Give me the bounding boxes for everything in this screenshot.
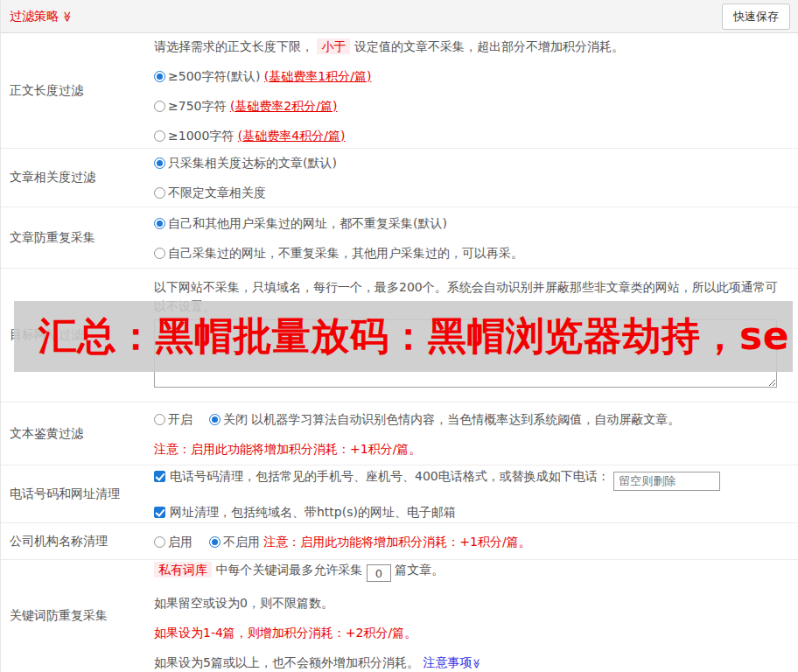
relevance-option-strict[interactable]: 只采集相关度达标的文章(默认) [154, 154, 789, 172]
overlay-banner: 汇总：黑帽批量放码：黑帽浏览器劫持，se [14, 301, 793, 372]
company-clean-option-off[interactable]: 不启用 [209, 535, 260, 549]
length-option-1000[interactable]: ≥1000字符 (基础费率4积分/篇) [154, 127, 789, 144]
keyword-note-five: 如果设为5篇或以上，也不会额外增加积分消耗。 [154, 655, 419, 669]
row-label: 电话号码和网址清理 [1, 466, 154, 522]
row-label: 关键词防重复采集 [1, 560, 154, 672]
url-clean-option[interactable]: 网址清理，包括纯域名、带http(s)的网址、电子邮箱 [154, 503, 789, 521]
row-phone-url-clean: 电话号码和网址清理 电话号码清理，包括常见的手机号、座机号、400电话格式，或替… [1, 466, 798, 523]
radio-label: 只采集相关度达标的文章(默认) [168, 156, 337, 170]
notice-link[interactable]: 注意事项≫ [423, 655, 482, 669]
quick-save-button[interactable]: 快速保存 [722, 4, 790, 30]
checkbox[interactable] [154, 471, 165, 482]
filter-strategy-page: 过滤策略 ≫ 快速保存 正文长度过滤 请选择需求的正文长度下限， 小于 设定值的… [0, 0, 798, 672]
length-option-750[interactable]: ≥750字符 (基础费率2积分/篇) [154, 97, 789, 115]
dedup-option-global[interactable]: 自己和其他用户采集过的网址，都不重复采集(默认) [154, 214, 789, 232]
porn-filter-description: 以机器学习算法自动识别色情内容，当色情概率达到系统阈值，自动屏蔽文章。 [251, 412, 680, 426]
fee-note: (基础费率2积分/篇) [230, 99, 338, 113]
fee-note: (基础费率4积分/篇) [238, 129, 346, 143]
chevron-down-icon: ≫ [472, 659, 482, 669]
porn-filter-fee-note: 注意：启用此功能将增加积分消耗：+1积分/篇。 [154, 440, 789, 458]
radio-label: 关闭 [223, 412, 248, 426]
radio-button[interactable] [154, 218, 165, 229]
porn-filter-option-off[interactable]: 关闭 [209, 412, 248, 426]
company-clean-option-on[interactable]: 启用 [154, 535, 192, 549]
radio-label: 自己和其他用户采集过的网址，都不重复采集(默认) [168, 216, 447, 230]
row-keyword-dedup: 关键词防重复采集 私有词库 中每个关键词最多允许采集 篇文章。 如果留空或设为0… [1, 560, 798, 672]
page-title[interactable]: 过滤策略 ≫ [10, 9, 74, 24]
row-label: 文章防重复采集 [1, 207, 154, 268]
radio-label: ≥750字符 [168, 99, 226, 113]
row-company-clean: 公司机构名称清理 启用 不启用 注意：启用此功能将增加积分消耗：+1积分/篇。 [1, 523, 798, 560]
radio-button[interactable] [154, 414, 165, 425]
row-label: 公司机构名称清理 [1, 523, 154, 559]
row-porn-filter: 文本鉴黄过滤 开启 关闭 以机器学习算法自动识别色情内容，当色情概率达到系统阈值… [1, 402, 798, 466]
replacement-phone-input[interactable] [613, 472, 720, 491]
radio-button[interactable] [209, 536, 220, 548]
radio-label: 启用 [168, 535, 192, 549]
porn-filter-option-on[interactable]: 开启 [154, 412, 192, 426]
radio-button[interactable] [154, 187, 165, 199]
length-filter-description: 请选择需求的正文长度下限， 小于 设定值的文章不采集，超出部分不增加积分消耗。 [154, 38, 789, 55]
radio-label: ≥500字符(默认) [168, 69, 260, 83]
relevance-option-any[interactable]: 不限定文章相关度 [154, 184, 789, 201]
checkbox-label: 网址清理，包括纯域名、带http(s)的网址、电子邮箱 [170, 505, 456, 519]
radio-button[interactable] [154, 71, 165, 82]
keyword-fee-note: 如果设为1-4篇，则增加积分消耗：+2积分/篇。 [154, 624, 789, 641]
dedup-option-self[interactable]: 自己采集过的网址，不重复采集，其他用户采集过的，可以再采。 [154, 244, 789, 262]
radio-label: 不启用 [223, 535, 260, 549]
length-option-500[interactable]: ≥500字符(默认) (基础费率1积分/篇) [154, 67, 789, 85]
radio-button[interactable] [154, 130, 165, 142]
radio-button[interactable] [154, 101, 165, 112]
phone-clean-option[interactable]: 电话号码清理，包括常见的手机号、座机号、400电话格式，或替换成如下电话： [154, 467, 789, 491]
keyword-line1-end: 篇文章。 [395, 563, 444, 577]
row-relevance-filter: 文章相关度过滤 只采集相关度达标的文章(默认) 不限定文章相关度 [1, 149, 798, 207]
overlay-banner-text: 汇总：黑帽批量放码：黑帽浏览器劫持，se [38, 311, 789, 362]
radio-label: 自己采集过的网址，不重复采集，其他用户采集过的，可以再采。 [168, 246, 523, 260]
page-title-text: 过滤策略 [10, 9, 59, 24]
keyword-count-input[interactable] [367, 564, 391, 582]
checkbox-label: 电话号码清理，包括常见的手机号、座机号、400电话格式，或替换成如下电话： [170, 469, 610, 483]
radio-label: ≥1000字符 [168, 129, 234, 143]
radio-button[interactable] [154, 248, 165, 259]
row-label: 文章相关度过滤 [1, 149, 154, 206]
radio-label: 开启 [168, 412, 192, 426]
radio-button[interactable] [154, 158, 165, 169]
row-label: 正文长度过滤 [1, 33, 154, 148]
row-body-length-filter: 正文长度过滤 请选择需求的正文长度下限， 小于 设定值的文章不采集，超出部分不增… [1, 33, 798, 149]
fee-note: (基础费率1积分/篇) [264, 69, 372, 83]
radio-button[interactable] [209, 414, 220, 425]
less-than-highlight: 小于 [317, 38, 350, 54]
chevron-down-icon: ≫ [62, 10, 73, 22]
company-clean-fee-note: 注意：启用此功能将增加积分消耗：+1积分/篇。 [263, 535, 530, 549]
row-article-dedup: 文章防重复采集 自己和其他用户采集过的网址，都不重复采集(默认) 自己采集过的网… [1, 207, 798, 269]
row-label: 文本鉴黄过滤 [1, 402, 154, 465]
keyword-line1-text: 中每个关键词最多允许采集 [215, 563, 362, 577]
keyword-note-zero: 如果留空或设为0，则不限篇数。 [154, 594, 789, 612]
checkbox[interactable] [154, 507, 165, 518]
private-lexicon-link[interactable]: 私有词库 [154, 562, 212, 578]
radio-button[interactable] [154, 536, 165, 548]
topbar: 过滤策略 ≫ 快速保存 [1, 0, 798, 33]
radio-label: 不限定文章相关度 [168, 186, 266, 200]
